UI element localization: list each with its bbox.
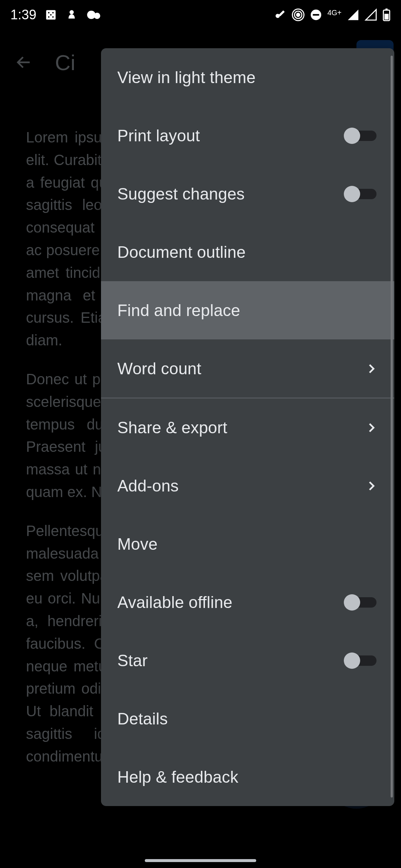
menu-label: Share & export <box>117 418 227 437</box>
svg-point-4 <box>48 16 49 18</box>
menu-label: Available offline <box>117 593 232 612</box>
menu-label: Help & feedback <box>117 768 238 786</box>
app-icon-1 <box>45 9 57 21</box>
svg-rect-15 <box>313 14 319 16</box>
svg-rect-10 <box>278 10 284 16</box>
overflow-menu: View in light theme Print layout Suggest… <box>101 48 394 806</box>
svg-rect-17 <box>385 9 388 10</box>
menu-label: Find and replace <box>117 301 240 320</box>
app-icon-3 <box>86 9 102 21</box>
menu-label: Add-ons <box>117 477 179 495</box>
menu-label: View in light theme <box>117 68 255 87</box>
nav-home-pill[interactable] <box>145 859 256 862</box>
svg-point-6 <box>69 10 74 14</box>
menu-suggest-changes[interactable]: Suggest changes <box>101 165 394 223</box>
menu-find-replace[interactable]: Find and replace <box>101 281 394 339</box>
menu-print-layout[interactable]: Print layout <box>101 106 394 165</box>
menu-move[interactable]: Move <box>101 515 394 573</box>
chevron-right-icon <box>365 421 378 434</box>
menu-label: Word count <box>117 359 201 378</box>
svg-point-3 <box>50 14 52 16</box>
menu-scrollbar[interactable] <box>391 56 393 798</box>
status-time: 1:39 <box>10 7 36 23</box>
battery-icon <box>382 9 391 21</box>
status-left: 1:39 <box>10 7 102 23</box>
dnd-icon <box>310 9 322 21</box>
menu-addons[interactable]: Add-ons <box>101 457 394 515</box>
menu-details[interactable]: Details <box>101 690 394 748</box>
menu-document-outline[interactable]: Document outline <box>101 223 394 281</box>
menu-label: Suggest changes <box>117 185 245 203</box>
print-layout-toggle[interactable] <box>344 128 378 144</box>
menu-view-light-theme[interactable]: View in light theme <box>101 48 394 106</box>
svg-point-1 <box>48 12 49 13</box>
chevron-right-icon <box>365 479 378 493</box>
menu-label: Star <box>117 651 148 670</box>
menu-help-feedback[interactable]: Help & feedback <box>101 748 394 806</box>
menu-available-offline[interactable]: Available offline <box>101 573 394 631</box>
available-offline-toggle[interactable] <box>344 594 378 611</box>
svg-point-9 <box>276 14 280 18</box>
menu-star[interactable]: Star <box>101 631 394 690</box>
suggest-changes-toggle[interactable] <box>344 186 378 202</box>
svg-point-2 <box>52 12 54 13</box>
signal-icon-2 <box>365 9 377 21</box>
menu-word-count[interactable]: Word count <box>101 339 394 398</box>
status-bar: 1:39 4G+ <box>0 0 401 30</box>
svg-point-5 <box>52 16 54 18</box>
status-right: 4G+ <box>274 9 391 21</box>
star-toggle[interactable] <box>344 652 378 669</box>
svg-rect-18 <box>384 14 388 20</box>
signal-icon-1 <box>347 9 359 21</box>
chevron-right-icon <box>365 362 378 375</box>
vpn-key-icon <box>274 9 287 21</box>
app-icon-2 <box>65 9 78 21</box>
hotspot-icon <box>292 9 304 21</box>
menu-label: Document outline <box>117 243 246 262</box>
menu-share-export[interactable]: Share & export <box>101 398 394 457</box>
svg-point-8 <box>94 13 100 19</box>
menu-label: Print layout <box>117 126 200 145</box>
svg-point-11 <box>296 13 300 17</box>
network-type: 4G+ <box>327 9 342 17</box>
menu-label: Move <box>117 535 157 553</box>
menu-label: Details <box>117 710 168 728</box>
